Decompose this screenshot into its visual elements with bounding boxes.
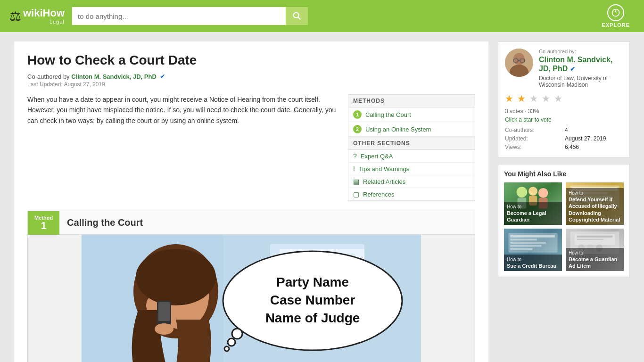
method2-num: 2 bbox=[353, 125, 362, 133]
co-authors-value: 4 bbox=[565, 127, 623, 133]
search-bar bbox=[72, 7, 308, 25]
svg-point-0 bbox=[293, 13, 298, 18]
other3-label: Related Articles bbox=[363, 178, 405, 185]
articles-icon: ▤ bbox=[353, 178, 359, 185]
star4[interactable]: ★ bbox=[542, 93, 550, 104]
logo-wiki: wiki bbox=[23, 8, 43, 19]
related-card-3-illustration bbox=[504, 229, 562, 257]
author-top: Co-authored by: Clinton M. Sandvick, JD,… bbox=[505, 49, 623, 88]
svg-rect-44 bbox=[510, 235, 555, 238]
star2[interactable]: ★ bbox=[517, 93, 526, 104]
svg-marker-4 bbox=[615, 12, 617, 16]
other2-label: Tips and Warnings bbox=[359, 165, 409, 173]
question-icon: ? bbox=[353, 152, 357, 160]
scale-icon: ⚖ bbox=[9, 8, 21, 24]
other1-label: Expert Q&A bbox=[361, 153, 393, 160]
method1-header: Method 1 Calling the Court bbox=[28, 211, 475, 235]
compass-icon bbox=[611, 8, 620, 17]
logo-how: How bbox=[43, 8, 65, 19]
other1-item[interactable]: ? Expert Q&A bbox=[348, 150, 475, 163]
svg-text:Name of Judge: Name of Judge bbox=[265, 311, 360, 325]
author-card: Co-authored by: Clinton M. Sandvick, JD,… bbox=[498, 41, 630, 157]
related-card-2[interactable]: How to Defend Yourself if Accused of Ill… bbox=[566, 182, 624, 225]
method1-image: Party Name Case Number Name of Judge bbox=[28, 235, 475, 362]
other2-item[interactable]: ! Tips and Warnings bbox=[348, 163, 475, 175]
author-avatar bbox=[505, 49, 533, 77]
method1-section: Method 1 Calling the Court bbox=[27, 211, 475, 362]
svg-rect-17 bbox=[158, 302, 170, 321]
explore-area[interactable]: EXPLORE bbox=[602, 4, 630, 28]
svg-rect-47 bbox=[510, 245, 541, 247]
co-authors-label: Co-authors: bbox=[505, 127, 563, 133]
star3[interactable]: ★ bbox=[529, 93, 538, 104]
star5[interactable]: ★ bbox=[554, 93, 562, 104]
method1-title: Calling the Court bbox=[59, 211, 475, 235]
logo-text: wikiHow Legal bbox=[23, 8, 65, 25]
updated-value: August 27, 2019 bbox=[565, 135, 623, 142]
methods-header: METHODS bbox=[348, 95, 475, 107]
svg-text:Party Name: Party Name bbox=[276, 275, 349, 289]
method1-label: Calling the Court bbox=[365, 111, 411, 118]
click-star-text[interactable]: Click a star to vote bbox=[505, 116, 623, 123]
related-grid: How to Become a Legal Guardian bbox=[504, 182, 624, 271]
views-value: 6,456 bbox=[565, 144, 623, 150]
author-link[interactable]: Clinton M. Sandvick, JD, PhD bbox=[71, 73, 158, 80]
other3-item[interactable]: ▤ Related Articles bbox=[348, 175, 475, 188]
rating-section: ★ ★ ★ ★ ★ bbox=[505, 93, 623, 104]
you-might-like: You Might Also Like bbox=[498, 164, 630, 277]
votes-text: 3 votes · 33% bbox=[505, 108, 623, 115]
header: ⚖ wikiHow Legal EXPLORE bbox=[0, 0, 644, 32]
svg-point-36 bbox=[538, 188, 548, 198]
logo-legal: Legal bbox=[23, 19, 65, 25]
co-authored-line: Co-authored by Clinton M. Sandvick, JD, … bbox=[27, 73, 475, 80]
svg-point-32 bbox=[516, 187, 527, 198]
main-container: How to Check a Court Date Co-authored by… bbox=[0, 32, 644, 362]
article-area: How to Check a Court Date Co-authored by… bbox=[14, 41, 488, 362]
related-card-4[interactable]: How to Become a Guardian Ad Litem bbox=[566, 229, 624, 271]
method1-illustration: Party Name Case Number Name of Judge bbox=[28, 235, 475, 362]
meta-grid: Co-authors: 4 Updated: August 27, 2019 V… bbox=[505, 127, 623, 150]
updated-label: Updated: bbox=[505, 135, 563, 142]
related-card-1-overlay: How to Become a Legal Guardian bbox=[504, 202, 562, 225]
co-authored-by-label: Co-authored by: bbox=[539, 49, 623, 54]
method1-badge: Method 1 bbox=[28, 211, 59, 235]
last-updated: Last Updated: August 27, 2019 bbox=[27, 81, 475, 88]
svg-point-34 bbox=[528, 187, 537, 196]
svg-rect-46 bbox=[510, 242, 546, 244]
author-info: Co-authored by: Clinton M. Sandvick, JD,… bbox=[539, 49, 623, 88]
explore-icon bbox=[607, 4, 624, 21]
avatar-image bbox=[505, 49, 533, 77]
article-title: How to Check a Court Date bbox=[27, 53, 475, 68]
svg-point-20 bbox=[232, 329, 242, 339]
search-input[interactable] bbox=[72, 7, 286, 25]
sidebar-verified-icon: ✔ bbox=[570, 66, 575, 73]
article-body-section: When you have a date to appear in court,… bbox=[27, 94, 475, 201]
svg-text:Case Number: Case Number bbox=[270, 293, 355, 307]
co-authored-label: Co-authored by bbox=[27, 73, 70, 80]
method2-item[interactable]: 2 Using an Online System bbox=[348, 122, 475, 137]
related-card-1[interactable]: How to Become a Legal Guardian bbox=[504, 182, 562, 225]
method2-label: Using an Online System bbox=[365, 126, 431, 133]
search-icon bbox=[292, 11, 302, 21]
related-card-3[interactable]: How to Sue a Credit Bureau bbox=[504, 229, 562, 271]
related-card-2-overlay: How to Defend Yourself if Accused of Ill… bbox=[566, 188, 624, 225]
other-sections-header: OTHER SECTIONS bbox=[348, 137, 475, 150]
related-card-4-overlay: How to Become a Guardian Ad Litem bbox=[566, 248, 624, 272]
other4-item[interactable]: ▢ References bbox=[348, 188, 475, 201]
logo-area[interactable]: ⚖ wikiHow Legal bbox=[9, 8, 65, 25]
svg-point-22 bbox=[224, 346, 229, 351]
sidebar: Co-authored by: Clinton M. Sandvick, JD,… bbox=[498, 41, 630, 362]
sidebar-author-title: Doctor of Law, University of Wisconsin-M… bbox=[539, 75, 623, 88]
sidebar-author-name: Clinton M. Sandvick, JD, PhD ✔ bbox=[539, 55, 623, 73]
method1-item[interactable]: 1 Calling the Court bbox=[348, 107, 475, 122]
svg-line-1 bbox=[298, 17, 300, 19]
svg-point-15 bbox=[136, 249, 216, 305]
svg-rect-45 bbox=[510, 239, 537, 241]
star1[interactable]: ★ bbox=[505, 93, 513, 104]
search-button[interactable] bbox=[286, 7, 308, 25]
related-card-3-overlay: How to Sue a Credit Bureau bbox=[504, 255, 562, 271]
svg-rect-48 bbox=[510, 248, 532, 250]
svg-point-21 bbox=[228, 338, 235, 346]
article-intro: When you have a date to appear in court,… bbox=[27, 94, 339, 201]
warning-icon: ! bbox=[353, 165, 355, 173]
